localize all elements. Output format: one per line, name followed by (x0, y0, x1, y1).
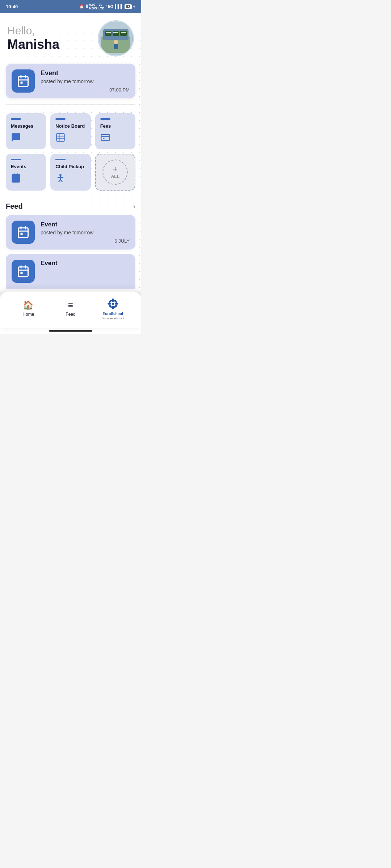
grid-item-notice-board[interactable]: Notice Board (50, 113, 91, 149)
svg-rect-37 (21, 233, 23, 235)
status-bar: 10:40 ⏰ ₿ 0.07KB/S VoLTE ⁺5G ▌▌▌ 92 + (0, 0, 141, 13)
grid-label-events: Events (11, 164, 41, 169)
menu-icon: ≡ (68, 300, 73, 310)
feed-event-icon-box (12, 221, 35, 244)
event-card-time: 07:00:PM (41, 87, 130, 93)
grid-item-bar (55, 118, 66, 120)
svg-point-49 (113, 305, 117, 309)
status-icons: ⏰ ₿ 0.07KB/S VoLTE ⁺5G ▌▌▌ 92 + (79, 3, 136, 10)
feed-card-1-subtitle: posted by me tomorrow (41, 230, 130, 235)
svg-line-32 (60, 180, 62, 182)
svg-point-44 (112, 298, 114, 302)
nav-feed[interactable]: ≡ Feed (58, 300, 83, 317)
event-info: Event posted by me tomorrow 07:00:PM (41, 69, 130, 93)
vo-lte-icon: VoLTE (98, 3, 104, 10)
main-content: Hello, Manisha (0, 13, 141, 292)
feed-card-1-title: Event (41, 221, 130, 228)
feed-event-icon-box-2 (12, 260, 35, 283)
svg-point-51 (108, 305, 112, 309)
home-icon: 🏠 (23, 300, 34, 310)
time-display: 10:40 (6, 4, 18, 9)
network-speed: 0.07KB/S (89, 3, 97, 10)
svg-point-50 (113, 299, 117, 303)
event-card-title: Event (41, 69, 130, 77)
grid-item-messages[interactable]: Messages (6, 113, 46, 149)
classroom-illustration (100, 22, 132, 55)
grid-label-messages: Messages (11, 123, 41, 129)
notice-board-icon (55, 132, 85, 142)
euroschool-label: EuroSchoolDiscover Yourself (102, 312, 124, 320)
feed-card-1[interactable]: Event posted by me tomorrow 6 JULY (6, 215, 135, 250)
svg-rect-38 (18, 267, 28, 277)
svg-rect-17 (57, 134, 64, 141)
charging-icon: + (133, 4, 135, 9)
section-divider (6, 104, 135, 105)
feed-section: Feed › Event posted by me tomorrow 6 JUL… (0, 196, 141, 292)
feature-grid: Messages Notice Board F (0, 107, 141, 196)
svg-rect-5 (120, 31, 127, 36)
feed-header: Feed › (6, 202, 135, 210)
grid-item-events[interactable]: Events (6, 154, 46, 191)
svg-rect-21 (101, 135, 109, 140)
event-card-subtitle: posted by me tomorrow (41, 78, 130, 84)
home-bar (0, 328, 141, 334)
signal-icon: ▌▌▌ (115, 4, 123, 9)
svg-point-47 (115, 303, 118, 305)
feed-card-2-title: Event (41, 260, 130, 267)
svg-rect-24 (12, 175, 20, 182)
plus-icon: + (113, 165, 118, 173)
nav-feed-label: Feed (66, 312, 75, 317)
feed-title: Feed (6, 202, 23, 210)
bottom-navigation: 🏠 Home ≡ Feed EuroSchoolDiscover Yoursel… (0, 292, 141, 328)
fees-icon (100, 132, 130, 142)
calendar-icon (17, 75, 30, 88)
svg-rect-7 (114, 44, 118, 49)
nav-home-label: Home (22, 312, 34, 317)
nav-home[interactable]: 🏠 Home (16, 300, 41, 317)
svg-point-43 (112, 303, 114, 305)
alarm-icon: ⏰ (79, 4, 84, 9)
svg-point-46 (108, 303, 111, 305)
feed-calendar-icon-2 (17, 265, 30, 278)
message-icon (11, 132, 41, 142)
grid-item-child-pickup[interactable]: Child Pickup (50, 154, 91, 191)
feed-card-1-date: 6 JULY (41, 238, 130, 244)
greeting-name: Manisha (7, 37, 59, 52)
home-indicator (49, 330, 92, 332)
feed-card-2-info: Event (41, 260, 130, 267)
greeting-block: Hello, Manisha (7, 25, 59, 52)
feed-arrow-icon[interactable]: › (133, 203, 135, 210)
all-label: ALL (111, 174, 119, 179)
feed-card-1-info: Event posted by me tomorrow 6 JULY (41, 221, 130, 244)
svg-rect-42 (21, 272, 23, 274)
child-pickup-icon (55, 173, 85, 183)
header-section: Hello, Manisha (0, 13, 141, 60)
feed-card-2-partial[interactable]: Event (6, 254, 135, 289)
grid-item-bar (55, 159, 66, 160)
top-event-card[interactable]: Event posted by me tomorrow 07:00:PM (6, 64, 135, 98)
grid-label-fees: Fees (100, 123, 130, 129)
feed-calendar-icon (17, 226, 30, 239)
svg-point-48 (108, 299, 112, 303)
svg-point-6 (114, 40, 118, 44)
header-image (98, 20, 134, 56)
bluetooth-icon: ₿ (86, 4, 88, 9)
svg-rect-3 (105, 31, 112, 36)
events-icon (11, 173, 41, 183)
grid-item-bar (11, 118, 21, 120)
5g-icon: ⁺5G (106, 4, 113, 9)
grid-label-notice-board: Notice Board (55, 123, 85, 129)
grid-label-child-pickup: Child Pickup (55, 164, 85, 169)
svg-rect-23 (103, 138, 105, 139)
nav-euroschool[interactable]: EuroSchoolDiscover Yourself (100, 297, 126, 320)
svg-rect-33 (18, 228, 28, 238)
classroom-photo (99, 21, 133, 55)
grid-item-all[interactable]: + ALL (95, 154, 135, 191)
battery-indicator: 92 (125, 4, 131, 9)
svg-point-45 (112, 306, 114, 309)
greeting-hello: Hello, (7, 25, 59, 37)
svg-rect-4 (113, 31, 119, 36)
svg-rect-16 (21, 82, 23, 84)
grid-item-fees[interactable]: Fees (95, 113, 135, 149)
euroschool-logo (106, 297, 120, 311)
